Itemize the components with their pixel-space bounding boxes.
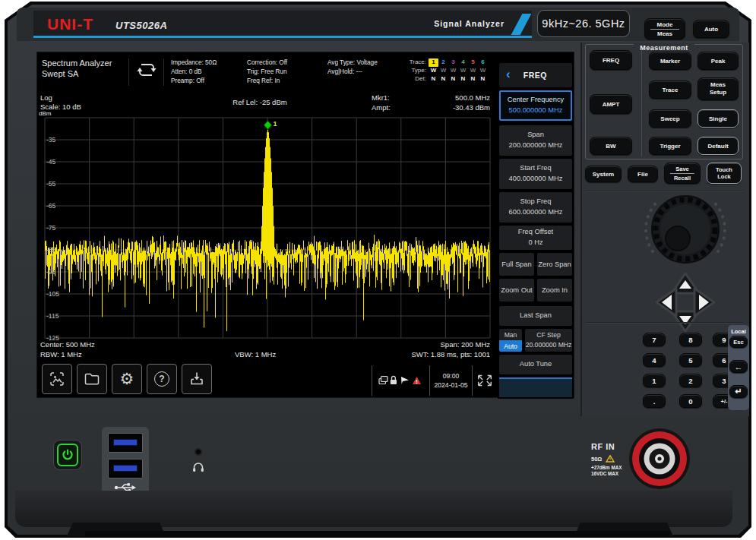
menu-footer-strip — [499, 377, 572, 397]
key-8[interactable]: 8 — [679, 333, 702, 346]
menu-item-stop-freq[interactable]: Stop Freq 600.000000 MHz — [499, 192, 572, 223]
ampt-key[interactable]: AMPT — [590, 94, 632, 114]
marker-key[interactable]: Marker — [649, 52, 691, 70]
menu-item-zoom-out[interactable]: Zoom Out — [499, 279, 534, 302]
sweep-key[interactable]: Sweep — [649, 109, 691, 128]
key-4[interactable]: 4 — [643, 353, 666, 367]
file-key[interactable]: File — [628, 166, 658, 182]
local-label: Local — [728, 328, 749, 335]
mode-label: Mode — [645, 21, 685, 28]
measurement-column-divider — [641, 50, 642, 156]
save-recall-key[interactable]: Save Recall — [664, 163, 701, 184]
marker1-id-label: 1 — [274, 120, 277, 128]
file-manager-button[interactable] — [77, 364, 107, 394]
marker1-freq-value: 500.0 MHz — [402, 93, 490, 102]
signal-analyzer-front-panel: UNI-T UTS5026A Signal Analyzer 9kHz~26. … — [0, 0, 756, 540]
trigger-key[interactable]: Trigger — [649, 137, 691, 155]
rf-impedance: 50Ω — [591, 456, 602, 463]
bw-key[interactable]: BW — [590, 137, 632, 155]
menu-item-span[interactable]: Span 200.000000 MHz — [499, 125, 572, 156]
model-number: UTS5026A — [115, 20, 167, 31]
power-icon — [61, 448, 74, 462]
rf-in-connector — [625, 424, 694, 494]
usb-port-block — [102, 427, 149, 497]
average-settings-column: Avg Type: Voltage Avg|Hold: --- — [327, 58, 378, 77]
brand-logo: UNI-T — [47, 15, 93, 33]
menu-item-label: Center Frequency — [508, 95, 564, 106]
key-7[interactable]: 7 — [643, 333, 666, 346]
system-key[interactable]: System — [585, 166, 622, 182]
frequency-range-badge: 9kHz~26. 5GHz — [537, 10, 630, 37]
key-decimal[interactable]: . — [643, 394, 666, 408]
touch-lock-key[interactable]: Touch Lock — [707, 163, 742, 184]
left-arrow-button[interactable] — [656, 289, 676, 316]
y-tick-label: -45 — [46, 158, 56, 166]
knob-dpad-cluster — [631, 191, 745, 340]
menu-item-zoom-in[interactable]: Zoom In — [537, 279, 572, 302]
right-arrow-button[interactable] — [694, 289, 714, 316]
menu-item-value: 500.000000 MHz — [509, 106, 563, 116]
power-button[interactable] — [53, 440, 82, 470]
key-2[interactable]: 2 — [679, 374, 702, 387]
sweep-time-annotation: SWT: 1.88 ms, pts: 1001 — [326, 350, 490, 358]
header-divider — [163, 58, 164, 86]
key-5[interactable]: 5 — [679, 353, 702, 367]
backspace-key[interactable]: ← — [729, 360, 748, 373]
man-option[interactable]: Man — [499, 329, 522, 340]
default-key[interactable]: Default — [697, 137, 739, 155]
meas-setup-key[interactable]: Meas Setup — [697, 77, 739, 100]
cursor-icon — [401, 377, 409, 384]
menu-item-auto-tune[interactable]: Auto Tune — [499, 355, 572, 374]
menu-item-cf-step[interactable]: CF Step 20.000000 MHz — [525, 329, 572, 352]
enter-icon: ↵ — [735, 387, 742, 396]
status-icons-cell: ! — [372, 365, 429, 396]
backspace-icon: ← — [735, 362, 743, 371]
rotary-knob[interactable] — [652, 196, 719, 263]
auto-button[interactable]: Auto — [693, 20, 729, 38]
expand-arrows-icon — [476, 372, 494, 389]
save-button[interactable] — [182, 364, 212, 394]
y-tick-label: -85 — [46, 246, 56, 254]
mode-meas-button[interactable]: Mode Meas — [644, 18, 685, 39]
continuous-sweep-icon[interactable] — [134, 62, 159, 78]
key-1[interactable]: 1 — [643, 374, 666, 387]
freq-key[interactable]: FREQ — [590, 50, 632, 70]
status-icons: ! — [378, 374, 425, 387]
product-name: Signal Analyzer — [434, 19, 505, 28]
settings-button[interactable]: ⚙ — [112, 364, 142, 394]
y-tick-label: -95 — [46, 268, 56, 276]
header-divider — [128, 58, 129, 86]
marker1-diamond — [264, 121, 272, 129]
headphone-jack — [195, 448, 202, 456]
trace-key[interactable]: Trace — [649, 81, 691, 99]
menu-item-zero-span[interactable]: Zero Span — [537, 253, 572, 276]
key-0[interactable]: 0 — [679, 394, 702, 408]
y-tick-label: -65 — [46, 202, 56, 210]
clock-cell: 09:00 2024-01-05 — [429, 365, 472, 396]
trace-status-table: Trace: 1 2 3 4 5 6 Type: W W W W W W Det… — [405, 58, 488, 84]
esc-key[interactable]: Esc — [729, 336, 748, 348]
rf-in-label: RF IN — [591, 442, 615, 451]
help-button[interactable]: ? — [147, 364, 177, 394]
bottom-base-strip — [85, 531, 670, 537]
menu-header[interactable]: ‹ FREQ — [499, 63, 572, 87]
menu-item-full-span[interactable]: Full Span — [499, 253, 534, 276]
menu-item-center-frequency[interactable]: Center Frequency 500.000000 MHz — [499, 90, 572, 121]
lcd-screen: Spectrum Analyzer Swept SA Impedance: 50… — [36, 52, 574, 398]
menu-item-start-freq[interactable]: Start Freq 400.000000 MHz — [499, 159, 572, 189]
screenshot-button[interactable] — [42, 364, 72, 394]
auto-option[interactable]: Auto — [499, 340, 522, 352]
marker1-ampt-value: -30.43 dBm — [402, 103, 490, 112]
svg-text:!: ! — [416, 378, 418, 385]
blue-slash-decoration — [511, 14, 532, 35]
menu-item-freq-offset[interactable]: Freq Offset 0 Hz — [499, 226, 572, 250]
enter-key[interactable]: ↵ — [729, 385, 748, 398]
cf-step-man-auto-toggle[interactable]: Man Auto — [499, 329, 522, 352]
spectrum-chart: -35-45-55-65-75-85-95-105-115-1251 — [45, 118, 490, 338]
menu-item-last-span[interactable]: Last Span — [499, 306, 572, 326]
peak-key[interactable]: Peak — [697, 52, 739, 70]
fullscreen-cell[interactable] — [472, 365, 496, 396]
single-key[interactable]: Single — [697, 109, 739, 128]
rbw-annotation: RBW: 1 MHz — [40, 350, 82, 358]
menu-title: FREQ — [511, 71, 560, 80]
